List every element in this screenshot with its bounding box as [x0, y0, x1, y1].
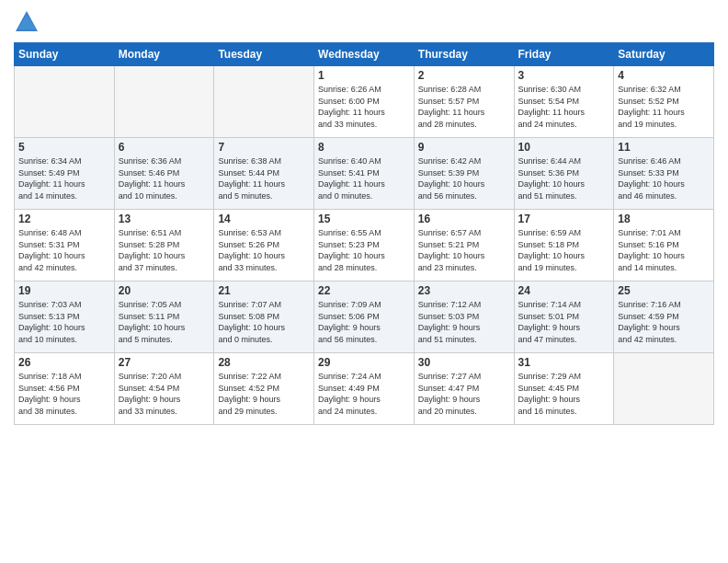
calendar-cell: 18Sunrise: 7:01 AM Sunset: 5:16 PM Dayli… [614, 210, 714, 282]
col-header-saturday: Saturday [614, 43, 714, 66]
col-header-friday: Friday [514, 43, 614, 66]
calendar-cell: 12Sunrise: 6:48 AM Sunset: 5:31 PM Dayli… [15, 210, 115, 282]
day-info: Sunrise: 6:51 AM Sunset: 5:28 PM Dayligh… [119, 227, 210, 273]
week-row-3: 12Sunrise: 6:48 AM Sunset: 5:31 PM Dayli… [15, 210, 714, 282]
calendar-cell: 14Sunrise: 6:53 AM Sunset: 5:26 PM Dayli… [214, 210, 314, 282]
calendar-cell: 13Sunrise: 6:51 AM Sunset: 5:28 PM Dayli… [114, 210, 214, 282]
day-number: 11 [618, 141, 710, 154]
day-number: 2 [418, 69, 510, 82]
calendar-cell: 27Sunrise: 7:20 AM Sunset: 4:54 PM Dayli… [114, 353, 214, 425]
calendar-cell: 23Sunrise: 7:12 AM Sunset: 5:03 PM Dayli… [414, 282, 514, 353]
week-row-4: 19Sunrise: 7:03 AM Sunset: 5:13 PM Dayli… [15, 282, 714, 353]
day-info: Sunrise: 6:40 AM Sunset: 5:41 PM Dayligh… [318, 155, 410, 201]
day-number: 3 [518, 69, 610, 82]
calendar-cell [614, 353, 714, 425]
day-info: Sunrise: 7:05 AM Sunset: 5:11 PM Dayligh… [119, 299, 210, 345]
day-number: 5 [18, 141, 110, 154]
day-number: 19 [18, 284, 110, 297]
day-info: Sunrise: 7:27 AM Sunset: 4:47 PM Dayligh… [418, 371, 510, 417]
day-info: Sunrise: 6:55 AM Sunset: 5:23 PM Dayligh… [318, 227, 410, 273]
calendar-cell: 26Sunrise: 7:18 AM Sunset: 4:56 PM Dayli… [15, 353, 115, 425]
calendar-cell: 30Sunrise: 7:27 AM Sunset: 4:47 PM Dayli… [414, 353, 514, 425]
calendar-cell: 16Sunrise: 6:57 AM Sunset: 5:21 PM Dayli… [414, 210, 514, 282]
day-info: Sunrise: 7:22 AM Sunset: 4:52 PM Dayligh… [218, 371, 310, 417]
day-info: Sunrise: 6:36 AM Sunset: 5:46 PM Dayligh… [119, 155, 210, 201]
col-header-wednesday: Wednesday [314, 43, 415, 66]
logo-icon [14, 9, 40, 35]
day-info: Sunrise: 7:12 AM Sunset: 5:03 PM Dayligh… [418, 299, 510, 345]
calendar-cell: 28Sunrise: 7:22 AM Sunset: 4:52 PM Dayli… [214, 353, 314, 425]
calendar-cell: 1Sunrise: 6:26 AM Sunset: 6:00 PM Daylig… [314, 66, 415, 138]
header-row: SundayMondayTuesdayWednesdayThursdayFrid… [15, 43, 714, 66]
week-row-5: 26Sunrise: 7:18 AM Sunset: 4:56 PM Dayli… [15, 353, 714, 425]
header [14, 9, 714, 35]
day-info: Sunrise: 6:59 AM Sunset: 5:18 PM Dayligh… [518, 227, 610, 273]
day-number: 20 [119, 284, 210, 297]
calendar-cell: 25Sunrise: 7:16 AM Sunset: 4:59 PM Dayli… [614, 282, 714, 353]
calendar-cell: 7Sunrise: 6:38 AM Sunset: 5:44 PM Daylig… [214, 138, 314, 210]
day-number: 8 [318, 141, 410, 154]
day-number: 7 [218, 141, 310, 154]
calendar-cell [114, 66, 214, 138]
calendar-cell [15, 66, 115, 138]
day-info: Sunrise: 6:53 AM Sunset: 5:26 PM Dayligh… [218, 227, 310, 273]
col-header-sunday: Sunday [15, 43, 115, 66]
day-info: Sunrise: 6:28 AM Sunset: 5:57 PM Dayligh… [418, 84, 510, 130]
day-info: Sunrise: 6:42 AM Sunset: 5:39 PM Dayligh… [418, 155, 510, 201]
calendar-cell: 5Sunrise: 6:34 AM Sunset: 5:49 PM Daylig… [15, 138, 115, 210]
day-info: Sunrise: 7:18 AM Sunset: 4:56 PM Dayligh… [18, 371, 110, 417]
calendar: SundayMondayTuesdayWednesdayThursdayFrid… [14, 42, 714, 425]
calendar-cell: 6Sunrise: 6:36 AM Sunset: 5:46 PM Daylig… [114, 138, 214, 210]
col-header-monday: Monday [114, 43, 214, 66]
calendar-cell: 9Sunrise: 6:42 AM Sunset: 5:39 PM Daylig… [414, 138, 514, 210]
calendar-cell: 10Sunrise: 6:44 AM Sunset: 5:36 PM Dayli… [514, 138, 614, 210]
day-info: Sunrise: 6:46 AM Sunset: 5:33 PM Dayligh… [618, 155, 710, 201]
day-number: 15 [318, 213, 410, 225]
calendar-cell: 22Sunrise: 7:09 AM Sunset: 5:06 PM Dayli… [314, 282, 415, 353]
day-info: Sunrise: 6:26 AM Sunset: 6:00 PM Dayligh… [318, 84, 410, 130]
week-row-1: 1Sunrise: 6:26 AM Sunset: 6:00 PM Daylig… [15, 66, 714, 138]
calendar-cell: 29Sunrise: 7:24 AM Sunset: 4:49 PM Dayli… [314, 353, 415, 425]
day-number: 31 [518, 356, 610, 369]
day-info: Sunrise: 6:48 AM Sunset: 5:31 PM Dayligh… [18, 227, 110, 273]
day-number: 6 [119, 141, 210, 154]
calendar-cell: 11Sunrise: 6:46 AM Sunset: 5:33 PM Dayli… [614, 138, 714, 210]
calendar-cell: 15Sunrise: 6:55 AM Sunset: 5:23 PM Dayli… [314, 210, 415, 282]
day-info: Sunrise: 7:29 AM Sunset: 4:45 PM Dayligh… [518, 371, 610, 417]
day-number: 30 [418, 356, 510, 369]
day-number: 13 [119, 213, 210, 225]
day-info: Sunrise: 6:34 AM Sunset: 5:49 PM Dayligh… [18, 155, 110, 201]
day-info: Sunrise: 7:07 AM Sunset: 5:08 PM Dayligh… [218, 299, 310, 345]
day-number: 1 [318, 69, 410, 82]
day-number: 16 [418, 213, 510, 225]
day-number: 22 [318, 284, 410, 297]
day-info: Sunrise: 7:20 AM Sunset: 4:54 PM Dayligh… [119, 371, 210, 417]
day-info: Sunrise: 7:14 AM Sunset: 5:01 PM Dayligh… [518, 299, 610, 345]
calendar-cell: 4Sunrise: 6:32 AM Sunset: 5:52 PM Daylig… [614, 66, 714, 138]
logo [14, 9, 43, 35]
calendar-cell: 2Sunrise: 6:28 AM Sunset: 5:57 PM Daylig… [414, 66, 514, 138]
day-info: Sunrise: 6:30 AM Sunset: 5:54 PM Dayligh… [518, 84, 610, 130]
day-number: 23 [418, 284, 510, 297]
day-info: Sunrise: 7:09 AM Sunset: 5:06 PM Dayligh… [318, 299, 410, 345]
day-number: 9 [418, 141, 510, 154]
day-number: 10 [518, 141, 610, 154]
col-header-tuesday: Tuesday [214, 43, 314, 66]
day-number: 26 [18, 356, 110, 369]
day-info: Sunrise: 6:32 AM Sunset: 5:52 PM Dayligh… [618, 84, 710, 130]
calendar-cell [214, 66, 314, 138]
calendar-cell: 24Sunrise: 7:14 AM Sunset: 5:01 PM Dayli… [514, 282, 614, 353]
calendar-cell: 20Sunrise: 7:05 AM Sunset: 5:11 PM Dayli… [114, 282, 214, 353]
day-info: Sunrise: 7:01 AM Sunset: 5:16 PM Dayligh… [618, 227, 710, 273]
calendar-cell: 19Sunrise: 7:03 AM Sunset: 5:13 PM Dayli… [15, 282, 115, 353]
calendar-cell: 17Sunrise: 6:59 AM Sunset: 5:18 PM Dayli… [514, 210, 614, 282]
day-number: 29 [318, 356, 410, 369]
day-number: 25 [618, 284, 710, 297]
week-row-2: 5Sunrise: 6:34 AM Sunset: 5:49 PM Daylig… [15, 138, 714, 210]
col-header-thursday: Thursday [414, 43, 514, 66]
day-number: 21 [218, 284, 310, 297]
day-info: Sunrise: 6:38 AM Sunset: 5:44 PM Dayligh… [218, 155, 310, 201]
day-number: 4 [618, 69, 710, 82]
day-number: 12 [18, 213, 110, 225]
day-number: 27 [119, 356, 210, 369]
